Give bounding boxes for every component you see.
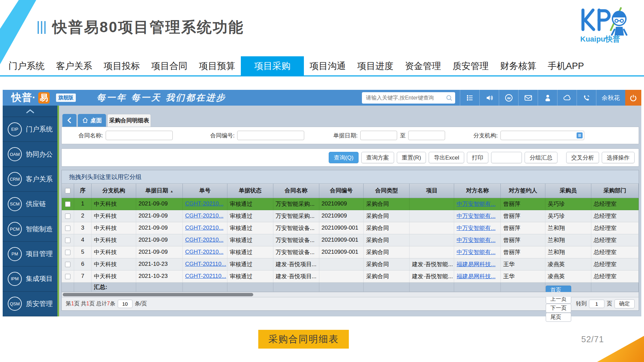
column-header-buyer[interactable]: 采购员 [545, 184, 591, 198]
sidebar-item-ipm[interactable]: IPM集成项目 [3, 266, 57, 291]
nav-item-项目投标[interactable]: 项目投标 [98, 56, 146, 75]
column-header-dept[interactable]: 采购部门 [591, 184, 638, 198]
nav-item-项目沟通[interactable]: 项目沟通 [304, 56, 352, 75]
speaker-icon[interactable] [479, 90, 499, 106]
horizontal-scrollbar[interactable] [62, 292, 639, 297]
table-row[interactable]: 5中天科技2021-09-09CGHT-20210...审核通过万安智能设备..… [62, 246, 639, 258]
toolbar-button-blank[interactable] [491, 152, 522, 163]
sidebar-item-qsm[interactable]: QSM质安管理 [3, 292, 57, 316]
scrollbar-thumb[interactable] [63, 293, 253, 296]
row-checkbox[interactable] [65, 250, 70, 255]
branch-picker-icon[interactable] [577, 132, 583, 138]
phone-icon[interactable] [577, 90, 596, 106]
nav-item-门户系统[interactable]: 门户系统 [3, 56, 50, 75]
menu-list-icon[interactable] [460, 90, 479, 106]
sidebar-collapse-button[interactable] [3, 106, 57, 117]
date-from-input[interactable] [360, 131, 397, 140]
row-checkbox[interactable] [65, 238, 70, 243]
table-row[interactable]: 3中天科技2021-09-09CGHT-20210...审核通过万安智能设备..… [62, 222, 639, 234]
party-link[interactable]: 福建易网科技... [457, 273, 495, 280]
toolbar-button-选择操作[interactable]: 选择操作 [602, 152, 635, 163]
toolbar-button-交叉分析[interactable]: 交叉分析 [566, 152, 599, 163]
date-to-input[interactable] [408, 131, 445, 140]
sidebar-item-crm[interactable]: CRM客户关系 [3, 167, 57, 192]
doc-link[interactable]: CGHT-20210... [185, 225, 223, 231]
nav-item-项目合同[interactable]: 项目合同 [146, 56, 193, 75]
contact-icon[interactable] [538, 90, 557, 106]
page-size-input[interactable] [118, 300, 132, 308]
row-checkbox[interactable] [65, 201, 70, 207]
mail-icon[interactable] [518, 90, 538, 106]
branch-input[interactable] [500, 131, 584, 140]
tab-desktop[interactable]: 桌面 [78, 114, 106, 127]
table-row[interactable]: 4中天科技2021-09-09CGHT-20210...审核通过万安智能设备..… [62, 234, 639, 246]
current-user[interactable]: 余秋花 [596, 90, 625, 106]
row-checkbox[interactable] [65, 214, 70, 219]
doc-link[interactable]: CGHT-20210... [185, 249, 223, 255]
doc-link[interactable]: CGHT-20210... [185, 237, 223, 243]
toolbar-button-分组汇总[interactable]: 分组汇总 [525, 152, 557, 163]
column-header-branch[interactable]: 分支机构 [92, 184, 136, 198]
sidebar-item-pcm[interactable]: PCM智能制造 [3, 217, 57, 242]
party-link[interactable]: 中万安智能有... [457, 249, 495, 255]
row-checkbox[interactable] [65, 262, 70, 267]
cloud-icon[interactable] [557, 90, 577, 106]
column-header-date[interactable]: 单据日期▲ [136, 184, 182, 198]
nav-item-手机APP[interactable]: 手机APP [542, 56, 590, 75]
toolbar-button-导出Excel[interactable]: 导出Excel [429, 152, 464, 163]
tab-back-button[interactable] [62, 114, 76, 127]
nav-item-项目进度[interactable]: 项目进度 [352, 56, 399, 75]
search-input[interactable] [366, 95, 446, 101]
table-row[interactable]: 7中天科技2021-10-23CGHT-202110...审核通过建发·吾悦项目… [62, 270, 639, 282]
toolbar-button-查询(Q)[interactable]: 查询(Q) [329, 152, 359, 163]
nav-item-质安管理[interactable]: 质安管理 [447, 56, 494, 75]
pager-button-下一页[interactable]: 下一页 [546, 304, 571, 313]
contract-name-input[interactable] [106, 131, 173, 140]
confirm-button[interactable]: 确定 [614, 299, 635, 308]
column-header-name[interactable]: 合同名称 [273, 184, 319, 198]
party-link[interactable]: 中万安智能有... [457, 225, 495, 231]
tab-purchase-contract-detail[interactable]: 采购合同明细表 [107, 114, 151, 127]
sidebar-item-scm[interactable]: SCM供应链 [3, 192, 57, 217]
search-icon[interactable] [446, 95, 452, 101]
sidebar-item-eip[interactable]: EIP门户系统 [3, 117, 57, 142]
nav-item-资金管理[interactable]: 资金管理 [399, 56, 447, 75]
toolbar-button-打印[interactable]: 打印 [467, 152, 488, 163]
row-checkbox[interactable] [65, 226, 70, 231]
sidebar-item-oam[interactable]: OAM协同办公 [3, 142, 57, 167]
column-header-signer[interactable]: 对方签约人 [501, 184, 545, 198]
nav-item-财务核算[interactable]: 财务核算 [494, 56, 542, 75]
column-header-status[interactable]: 单据状态 [227, 184, 273, 198]
nav-item-项目采购[interactable]: 项目采购 [241, 56, 304, 75]
doc-link[interactable]: CGHT-202110... [185, 261, 226, 267]
contract-code-input[interactable] [237, 131, 304, 140]
sidebar-item-pm[interactable]: PM项目管理 [3, 242, 57, 266]
goto-page-input[interactable] [589, 300, 604, 308]
party-link[interactable]: 中万安智能有... [457, 237, 495, 243]
party-link[interactable]: 福建易网科技... [457, 261, 495, 267]
toolbar-button-查询方案[interactable]: 查询方案 [361, 152, 394, 163]
doc-link[interactable]: CGHT-20210... [185, 200, 223, 207]
toolbar-button-重置(R)[interactable]: 重置(R) [397, 152, 426, 163]
party-link[interactable]: 中万安智能有... [457, 213, 495, 219]
column-header-party[interactable]: 对方名称 [454, 184, 501, 198]
column-header-type[interactable]: 合同类型 [364, 184, 410, 198]
column-header-project[interactable]: 项目 [410, 184, 454, 198]
nav-item-项目预算[interactable]: 项目预算 [193, 56, 241, 75]
nav-item-客户关系[interactable]: 客户关系 [50, 56, 98, 75]
im-icon[interactable]: IM [499, 90, 518, 106]
table-row[interactable]: 1中天科技2021-09-09CGHT-20210...审核通过万安智能采购..… [62, 198, 639, 210]
doc-link[interactable]: CGHT-20210... [185, 213, 223, 219]
table-row[interactable]: 2中天科技2021-09-09CGHT-20210...审核通过万安智能采购..… [62, 210, 639, 222]
table-row[interactable]: 6中天科技2021-10-23CGHT-202110...审核通过建发·吾悦项目… [62, 258, 639, 270]
column-header-seq[interactable]: 序 [74, 184, 91, 198]
column-header-code[interactable]: 合同编号 [319, 184, 364, 198]
pager-button-尾页[interactable]: 尾页 [546, 313, 571, 322]
logout-power-button[interactable] [625, 90, 641, 106]
party-link[interactable]: 中万安智能有... [457, 201, 495, 207]
column-header-doc[interactable]: 单号 [182, 184, 227, 198]
group-by-bar[interactable]: 拖拽列头到这里以用它分组 [62, 170, 639, 184]
doc-link[interactable]: CGHT-202110... [185, 273, 226, 279]
select-all-checkbox[interactable] [65, 188, 70, 193]
row-checkbox[interactable] [65, 274, 70, 279]
